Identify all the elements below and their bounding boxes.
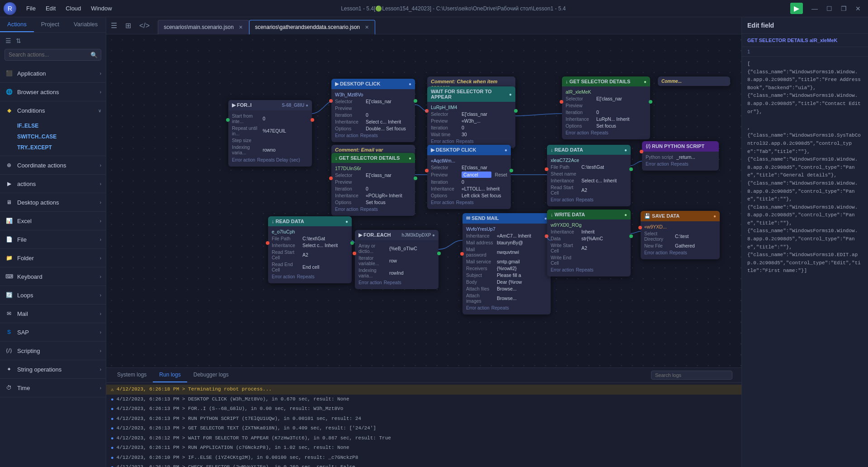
sidebar-item-try-except[interactable]: TRY..EXCEPT: [13, 142, 106, 153]
actions-label: actions: [17, 181, 96, 187]
excel-label: Excel: [17, 218, 96, 224]
info-icon-6: ●: [111, 444, 114, 452]
node-write-data-body: w9YXD0_ROg InheritanceInherit Datastr{%A…: [547, 219, 631, 276]
node-send-mail[interactable]: ✉ SEND MAIL ● WvfoYresUp7 Inheritance«Am…: [462, 213, 551, 315]
search-box: 🔍: [5, 49, 101, 61]
file-tabbar: ☰ ⊞ </> scenarios\main.scenario.json ✕ s…: [106, 17, 741, 34]
node-for-each[interactable]: ▶ FOR..EACH hJM3kDpDXP ● Array or dictio…: [355, 230, 439, 289]
loops-label: Loops: [17, 292, 96, 299]
menu-edit[interactable]: Edit: [41, 3, 60, 14]
node-read-data-2-body: e_o7IuCph File PathC:\text\Gat Inheritan…: [268, 226, 352, 283]
file-icon: 📄: [5, 235, 14, 244]
node-get-selector-details-1[interactable]: ↓ GET SELECTOR DETAILS ● alR_xleMeK Sele…: [562, 76, 650, 139]
tab-variables[interactable]: Variables: [66, 17, 105, 32]
node-read-data-1-header: ↓ READ DATA ●: [547, 145, 631, 155]
canvas-area[interactable]: ▶ FOR..I S-68_G8lU ● Start from inte...0…: [106, 34, 741, 367]
sidebar-section-desktop: 🖥 Desktop actions ›: [0, 193, 106, 212]
sidebar-section-header-time[interactable]: ⏱ Time ›: [0, 379, 106, 397]
file-chevron: ›: [100, 237, 101, 242]
log-line-7: ● 4/12/2023, 6:26:10 PM > IF..ELSE (iYZ4…: [106, 453, 741, 463]
right-panel: Edit field GET SELECTOR DETAILS alR_xleM…: [741, 17, 868, 467]
node-read-data-1[interactable]: ↓ READ DATA ● xleaC7Z2Ace File PathC:\te…: [547, 145, 631, 206]
sidebar-icon-sort[interactable]: ⇅: [15, 36, 22, 45]
application-chevron: ›: [100, 71, 101, 76]
conditions-chevron: ∨: [98, 108, 101, 113]
node-save-data[interactable]: 💾 SAVE DATA ● «w9YXD... Select Directory…: [641, 211, 720, 259]
sidebar-section-header-desktop[interactable]: 🖥 Desktop actions ›: [0, 193, 106, 211]
tab-expand-icon[interactable]: ⊞: [123, 20, 134, 31]
sidebar-section-header-application[interactable]: ⬛ Application ›: [0, 64, 106, 82]
tab-list-icon[interactable]: ☰: [108, 20, 120, 31]
info-icon-1: ●: [111, 396, 114, 404]
log-tab-debugger[interactable]: Debugger logs: [187, 368, 235, 382]
sidebar-section-header-conditions[interactable]: ◆ Conditions ∨: [0, 101, 106, 119]
node-desktop-click-2[interactable]: ▶ DESKTOP CLICK ● «AqctWm... SelectorE['…: [427, 145, 511, 209]
node-write-data-header: ↓ WRITE DATA ●: [547, 210, 631, 219]
file-tab-main[interactable]: scenarios\main.scenario.json ✕: [158, 20, 249, 34]
sidebar-section-header-loops[interactable]: 🔄 Loops ›: [0, 286, 106, 304]
file-tab-gather-close[interactable]: ✕: [363, 24, 370, 31]
sidebar-item-switch-case[interactable]: SWITCH..CASE: [13, 131, 106, 142]
log-search-input[interactable]: [651, 371, 732, 380]
browser-icon: 🌐: [5, 87, 14, 96]
application-label: Application: [17, 70, 96, 77]
play-button[interactable]: ▶: [790, 3, 803, 14]
log-tab-system[interactable]: System logs: [111, 368, 153, 382]
sidebar-section-header-sap[interactable]: S SAP ›: [0, 323, 106, 341]
time-label: Time: [17, 385, 96, 391]
right-panel-line-num-row: 1: [742, 47, 868, 57]
node-read-data-2[interactable]: ↓ READ DATA ● e_o7IuCph File PathC:\text…: [268, 216, 352, 283]
node-write-data[interactable]: ↓ WRITE DATA ● w9YXD0_ROg InheritanceInh…: [547, 210, 631, 276]
sidebar-section-header-coordinate[interactable]: ⊕ Coordinate actions ›: [0, 156, 106, 174]
node-desktop-click-1-body: W3h_Mzt8Vo SelectorE['class_nar Preview …: [331, 89, 415, 142]
tab-actions[interactable]: Actions: [0, 17, 34, 32]
sidebar-section-header-actions[interactable]: ▶ actions ›: [0, 175, 106, 193]
sidebar-section-header-mail[interactable]: ✉ Mail ›: [0, 305, 106, 323]
node-desktop-click-1-header: ▶ DESKTOP CLICK ●: [331, 79, 415, 89]
topbar: R File Edit Cloud Window Lesson1 - 5.4[🟢…: [0, 0, 868, 17]
keyboard-chevron: ›: [100, 274, 101, 279]
log-line-1: ● 4/12/2023, 6:26:13 PM > DESKTOP CLICK …: [106, 395, 741, 405]
sidebar-section-header-string[interactable]: ✦ String operations ›: [0, 360, 106, 378]
log-tab-run[interactable]: Run logs: [153, 368, 187, 382]
menu-file[interactable]: File: [22, 3, 40, 14]
minimize-button[interactable]: —: [808, 4, 821, 13]
node-for-i[interactable]: ▶ FOR..I S-68_G8lU ● Start from inte...0…: [228, 100, 312, 167]
sidebar-section-header-browser[interactable]: 🌐 Browser actions ›: [0, 83, 106, 101]
menu-bar: File Edit Cloud Window: [22, 3, 117, 14]
sidebar-section-header-file[interactable]: 📄 File ›: [0, 230, 106, 248]
node-get-selector-details-2[interactable]: ↓ GET SELECTOR DETAILS ● 1T7DUinS6r Sele…: [331, 153, 415, 216]
mail-chevron: ›: [100, 311, 101, 316]
node-comment-firstname[interactable]: Comme...: [658, 76, 730, 86]
log-text-6: 4/12/2023, 6:26:11 PM > RUN APPLICATION …: [117, 444, 349, 452]
search-input[interactable]: [5, 49, 101, 61]
sidebar-section-header-folder[interactable]: 📁 Folder ›: [0, 249, 106, 267]
sidebar-item-if-else[interactable]: IF..ELSE: [13, 120, 106, 131]
node-for-i-header: ▶ FOR..I S-68_G8lU ●: [228, 100, 312, 110]
file-label: File: [17, 236, 96, 243]
node-read-data-2-header: ↓ READ DATA ●: [268, 216, 352, 226]
close-button[interactable]: ✕: [852, 4, 864, 13]
tab-code-icon[interactable]: </>: [137, 21, 152, 31]
sidebar-icon-list[interactable]: ☰: [5, 36, 12, 45]
node-run-python[interactable]: ⟨/⟩ RUN PYTHON SCRIPT Python script_retu…: [642, 141, 719, 171]
tab-project[interactable]: Project: [34, 17, 66, 32]
right-panel-content[interactable]: [ {"class_name":"WindowsForms10.Window.8…: [742, 57, 868, 467]
node-save-data-body: «w9YXD... Select DirectoryC:\test New Fi…: [641, 221, 720, 259]
sidebar-section-keyboard: ⌨ Keyboard ›: [0, 267, 106, 286]
conditions-icon: ◆: [5, 106, 14, 115]
sidebar-section-header-keyboard[interactable]: ⌨ Keyboard ›: [0, 267, 106, 286]
restore-button[interactable]: ❐: [837, 4, 850, 13]
file-tab-main-close[interactable]: ✕: [237, 24, 244, 31]
menu-cloud[interactable]: Cloud: [61, 3, 85, 14]
menu-window[interactable]: Window: [86, 3, 116, 14]
maximize-button[interactable]: ☐: [823, 4, 835, 13]
node-get-selector-details-2-header: ↓ GET SELECTOR DETAILS ●: [331, 153, 415, 163]
sidebar-section-loops: 🔄 Loops ›: [0, 286, 106, 305]
file-tab-gather[interactable]: scenarios\gatherandsenddata.scenario.jso…: [249, 20, 375, 34]
sidebar-section-header-excel[interactable]: 📊 Excel ›: [0, 212, 106, 230]
log-text-3: 4/12/2023, 6:26:13 PM > RUN PYTHON SCRIP…: [117, 415, 361, 423]
node-wait-selector[interactable]: WAIT FOR SELECTOR TO APPEAR ● LuRpH_lIM4…: [427, 86, 515, 148]
sidebar-section-header-scripting[interactable]: ⟨/⟩ Scripting ›: [0, 342, 106, 360]
node-desktop-click-1[interactable]: ▶ DESKTOP CLICK ● W3h_Mzt8Vo SelectorE['…: [331, 79, 415, 142]
